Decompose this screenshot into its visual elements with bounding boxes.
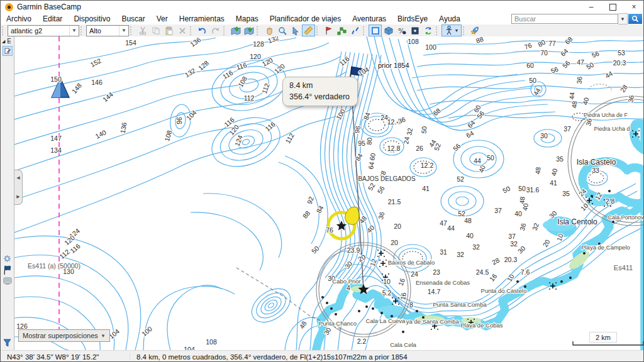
select-arrow-button[interactable] xyxy=(289,25,302,36)
paste-button[interactable] xyxy=(162,25,175,36)
menu-item-editar[interactable]: Editar xyxy=(37,13,68,25)
svg-text:95: 95 xyxy=(358,140,365,147)
map-product-select[interactable]: atlantic g2▼ xyxy=(8,25,79,36)
svg-text:Cala La Cueva: Cala La Cueva xyxy=(366,317,406,324)
measure-tooltip: 8.4 km 356.4° verdadero xyxy=(282,77,358,106)
menu-item-buscar[interactable]: Buscar xyxy=(116,13,150,25)
map-canvas[interactable]: 1541361281321521501461481441471401361341… xyxy=(14,36,644,350)
redo-button[interactable] xyxy=(209,25,222,36)
svg-text:147: 147 xyxy=(50,134,62,142)
menu-item-ayuda[interactable]: Ayuda xyxy=(433,13,466,25)
search-area: Buscar ▼ xyxy=(511,13,642,25)
menu-item-ver[interactable]: Ver xyxy=(151,13,174,25)
svg-text:50: 50 xyxy=(529,77,536,84)
device-monitor-icon[interactable] xyxy=(2,276,13,286)
measure-distance: 8.4 km xyxy=(289,80,350,91)
menu-item-aventuras[interactable]: Aventuras xyxy=(347,13,392,25)
view-2d-button[interactable] xyxy=(369,25,382,36)
detail-level-select[interactable]: Alto▼ xyxy=(86,25,129,36)
svg-text:20: 20 xyxy=(394,222,401,230)
collapsed-item-label: E xyxy=(7,38,11,45)
svg-text:21.5: 21.5 xyxy=(388,198,401,206)
svg-text:16: 16 xyxy=(397,277,406,287)
title-bar: Garmin BaseCamp – × xyxy=(1,1,644,13)
svg-text:108: 108 xyxy=(206,338,217,346)
toolbar-grip xyxy=(463,26,467,35)
svg-text:20: 20 xyxy=(541,238,551,248)
activity-profile-button[interactable]: ▼ xyxy=(441,25,462,36)
menu-item-herramientas[interactable]: Herramientas xyxy=(174,13,230,25)
svg-text:76: 76 xyxy=(523,41,533,51)
svg-text:53: 53 xyxy=(618,49,625,57)
birdseye-rocket-button[interactable] xyxy=(469,25,482,36)
svg-text:23: 23 xyxy=(433,268,440,276)
svg-text:32: 32 xyxy=(405,127,414,136)
svg-text:84: 84 xyxy=(314,204,325,214)
svg-text:136: 136 xyxy=(189,36,202,48)
svg-text:80: 80 xyxy=(365,137,374,145)
svg-text:40: 40 xyxy=(466,232,474,239)
filter-funnel-icon[interactable] xyxy=(2,337,13,348)
gear-icon[interactable] xyxy=(2,253,13,263)
svg-text:Es411 (a) (50000): Es411 (a) (50000) xyxy=(28,262,80,270)
svg-text:5.2: 5.2 xyxy=(382,289,392,297)
svg-text:56: 56 xyxy=(375,185,386,195)
menu-item-mapas[interactable]: Mapas xyxy=(230,13,264,25)
svg-text:108: 108 xyxy=(408,38,419,45)
collapsed-library-panel[interactable]: ◢ E xyxy=(1,36,14,350)
pan-hand-button[interactable] xyxy=(262,25,275,36)
measure-ruler-button[interactable] xyxy=(302,25,315,36)
refresh-button[interactable] xyxy=(421,25,435,36)
percent-detail-button[interactable]: % xyxy=(395,25,408,36)
menu-item-planificador-de-viajes[interactable]: Planificador de viajes xyxy=(264,13,347,25)
svg-text:64: 64 xyxy=(559,47,570,58)
svg-text:146: 146 xyxy=(91,79,103,86)
svg-text:41: 41 xyxy=(550,179,557,187)
menu-item-archivo[interactable]: Archivo xyxy=(1,13,37,25)
svg-text:8: 8 xyxy=(409,301,413,309)
copy-button[interactable] xyxy=(149,25,162,36)
fit-view-button[interactable] xyxy=(408,25,421,36)
edit-page-icon[interactable] xyxy=(3,46,13,56)
menu-item-birdseye[interactable]: BirdsEye xyxy=(392,13,433,25)
svg-text:31.6: 31.6 xyxy=(526,186,540,194)
new-route-button[interactable] xyxy=(335,25,348,36)
svg-text:20.3: 20.3 xyxy=(504,256,518,263)
svg-text:Isla Castelo: Isla Castelo xyxy=(577,158,616,167)
svg-text:140: 140 xyxy=(94,128,108,140)
svg-text:32: 32 xyxy=(510,240,518,248)
svg-text:48: 48 xyxy=(464,217,472,224)
undo-button[interactable] xyxy=(196,25,209,36)
delete-button[interactable] xyxy=(175,25,189,36)
new-track-button[interactable] xyxy=(348,25,362,36)
cursor-coordinates: N43° 38' 34.5" W8° 19' 15.2" xyxy=(1,353,130,361)
new-waypoint-button[interactable] xyxy=(322,25,335,36)
search-button[interactable] xyxy=(628,14,642,24)
svg-text:77: 77 xyxy=(548,40,556,47)
cut-button[interactable] xyxy=(136,25,149,36)
close-button[interactable]: × xyxy=(623,1,644,13)
flag-icon[interactable] xyxy=(2,265,13,275)
svg-text:32: 32 xyxy=(457,251,464,258)
maximize-button[interactable] xyxy=(602,1,623,13)
tree-expander[interactable]: ◢ E xyxy=(1,38,14,45)
svg-text:35: 35 xyxy=(562,190,570,197)
search-dropdown-caret-icon[interactable]: ▼ xyxy=(618,13,628,25)
svg-text:144: 144 xyxy=(101,90,114,104)
svg-text:50: 50 xyxy=(420,126,428,134)
svg-text:44: 44 xyxy=(568,92,576,100)
show-overlays-button[interactable]: Mostrar superposiciones▼ xyxy=(18,329,110,342)
svg-text:40: 40 xyxy=(521,202,530,211)
panel-splitter-handle[interactable]: ◀ ▶ xyxy=(14,170,23,205)
minimize-button[interactable]: – xyxy=(580,1,602,13)
send-map-button[interactable] xyxy=(242,25,255,36)
expand-right-icon: ▶ xyxy=(16,194,19,199)
receive-map-button[interactable] xyxy=(229,25,242,36)
menu-item-dispositivo[interactable]: Dispositivo xyxy=(68,13,116,25)
search-input[interactable]: Buscar xyxy=(511,14,618,24)
svg-text:132: 132 xyxy=(267,36,280,45)
measure-bearing: 356.4° verdadero xyxy=(289,91,350,102)
zoom-tool-button[interactable] xyxy=(275,25,289,36)
svg-text:50: 50 xyxy=(518,185,526,192)
view-3d-button[interactable] xyxy=(382,25,395,36)
